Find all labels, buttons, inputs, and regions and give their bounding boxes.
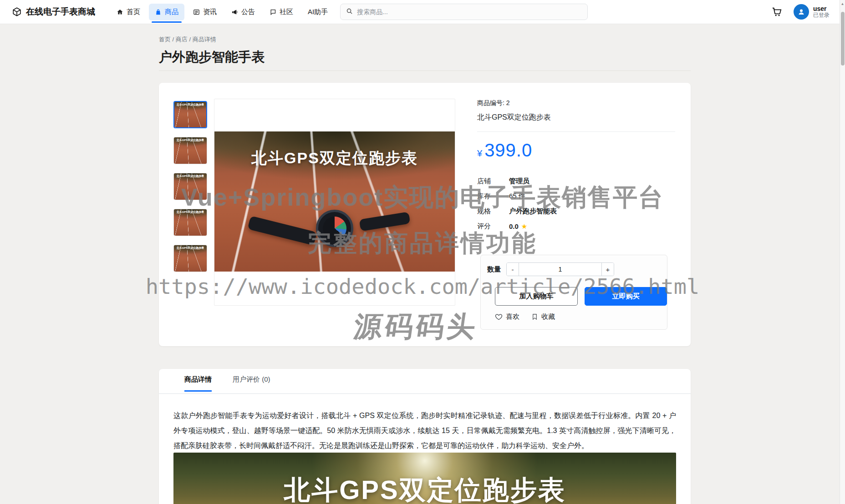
search-icon xyxy=(346,8,353,16)
page-scrollbar[interactable]: ▲ xyxy=(840,0,845,504)
product-description: 这款户外跑步智能手表专为运动爱好者设计，搭载北斗 + GPS 双定位系统，跑步时… xyxy=(173,408,676,453)
cube-logo-icon xyxy=(12,7,22,17)
title-divider xyxy=(159,71,691,71)
detail-banner-image: 北斗GPS双定位跑步表 xyxy=(173,453,676,504)
info-row-stock: 库存 65 件 xyxy=(477,189,675,204)
thumbnail-image: 北斗GPS双定位跑步表 xyxy=(174,245,207,272)
banner-caption: 北斗GPS双定位跑步表 xyxy=(173,473,676,504)
quantity-minus-button[interactable]: - xyxy=(507,263,519,276)
main-image-frame: 北斗GPS双定位跑步表 xyxy=(214,99,455,306)
nav-item-home[interactable]: 首页 xyxy=(111,4,146,20)
info-row-shop: 店铺 管理员 xyxy=(477,174,675,189)
nav-item-announcements[interactable]: 公告 xyxy=(225,4,261,20)
tab-divider xyxy=(159,393,691,394)
tab-user-reviews[interactable]: 用户评价 (0) xyxy=(233,375,270,391)
thumbnail-1[interactable]: 北斗GPS双定位跑步表 xyxy=(173,101,207,128)
avatar xyxy=(794,4,809,20)
user-meta: user 已登录 xyxy=(813,5,830,19)
thumbnail-5[interactable]: 北斗GPS双定位跑步表 xyxy=(173,245,207,272)
brand-title: 在线电子手表商城 xyxy=(26,6,95,18)
nav-menu: 首页 商品 资讯 公告 xyxy=(111,4,334,20)
rating-value: 0.0 xyxy=(509,222,519,230)
cart-icon[interactable] xyxy=(772,7,782,17)
nav-item-label: 社区 xyxy=(280,8,293,16)
shop-link[interactable]: 管理员 xyxy=(509,177,529,186)
favorite-button[interactable]: 收藏 xyxy=(531,312,555,321)
chat-icon xyxy=(270,9,276,15)
home-icon xyxy=(117,9,123,15)
megaphone-icon xyxy=(231,9,238,15)
scrollbar-up-arrow[interactable]: ▲ xyxy=(840,2,845,6)
social-row: 喜欢 收藏 xyxy=(495,312,555,321)
nav-item-label: 商品 xyxy=(165,8,178,16)
user-status: 已登录 xyxy=(813,12,830,19)
nav-item-label: 首页 xyxy=(127,8,140,16)
thumbnail-3[interactable]: 北斗GPS双定位跑步表 xyxy=(173,173,207,200)
thumbnail-list: 北斗GPS双定位跑步表 北斗GPS双定位跑步表 北斗GPS双定位跑步表 北斗GP… xyxy=(173,101,207,272)
top-navbar: 在线电子手表商城 首页 商品 资讯 xyxy=(0,0,845,24)
star-icon: ★ xyxy=(521,222,527,231)
action-buttons: 加入购物车 立即购买 xyxy=(481,287,667,306)
search-input[interactable] xyxy=(357,8,582,15)
nav-item-products[interactable]: 商品 xyxy=(149,4,184,20)
user-name: user xyxy=(813,5,830,12)
like-button[interactable]: 喜欢 xyxy=(495,312,519,321)
purchase-panel: 数量 - + 加入购物车 立即购买 喜欢 xyxy=(480,255,667,330)
heart-icon xyxy=(495,313,503,321)
quantity-stepper: - + xyxy=(506,262,614,276)
bag-icon xyxy=(155,9,162,15)
brand[interactable]: 在线电子手表商城 xyxy=(12,6,95,18)
price-value: 399.0 xyxy=(484,140,532,161)
news-icon xyxy=(193,9,200,15)
thumbnail-image: 北斗GPS双定位跑步表 xyxy=(174,102,206,127)
favorite-label: 收藏 xyxy=(541,312,555,321)
detail-card: 商品详情 用户评价 (0) 这款户外跑步智能手表专为运动爱好者设计，搭载北斗 +… xyxy=(159,369,691,504)
thumbnail-image: 北斗GPS双定位跑步表 xyxy=(174,137,207,164)
add-to-cart-button[interactable]: 加入购物车 xyxy=(495,287,578,306)
product-detail-page: 在线电子手表商城 首页 商品 资讯 xyxy=(0,0,845,504)
thumbnail-4[interactable]: 北斗GPS双定位跑步表 xyxy=(173,209,207,236)
thumbnail-2[interactable]: 北斗GPS双定位跑步表 xyxy=(173,137,207,164)
quantity-label: 数量 xyxy=(487,265,501,274)
tab-bar: 商品详情 用户评价 (0) xyxy=(184,375,270,391)
quantity-plus-button[interactable]: + xyxy=(601,263,614,276)
nav-item-ai-assistant[interactable]: AI助手 xyxy=(302,4,334,20)
nav-item-label: AI助手 xyxy=(308,8,328,16)
nav-item-label: 公告 xyxy=(241,8,255,16)
info-row-spec: 规格 户外跑步智能表 xyxy=(477,204,675,219)
currency-symbol: ¥ xyxy=(477,148,482,159)
like-label: 喜欢 xyxy=(506,312,519,321)
nav-item-community[interactable]: 社区 xyxy=(264,4,299,20)
quantity-input[interactable] xyxy=(519,263,601,276)
thumbnail-image: 北斗GPS双定位跑步表 xyxy=(174,173,207,200)
watch-strap xyxy=(359,212,411,231)
nav-item-label: 资讯 xyxy=(203,8,217,16)
breadcrumb[interactable]: 首页 / 商店 / 商品详情 xyxy=(159,35,216,44)
bookmark-icon xyxy=(531,313,538,320)
quantity-row: 数量 - + xyxy=(487,262,614,276)
watch-illustration xyxy=(316,210,353,247)
product-code: 商品编号: 2 xyxy=(477,99,510,107)
image-caption: 北斗GPS双定位跑步表 xyxy=(214,148,455,169)
thumbnail-image: 北斗GPS双定位跑步表 xyxy=(174,209,207,236)
navbar-right: user 已登录 xyxy=(772,4,836,20)
product-card: 北斗GPS双定位跑步表 北斗GPS双定位跑步表 北斗GPS双定位跑步表 北斗GP… xyxy=(159,83,691,346)
product-main-image[interactable]: 北斗GPS双定位跑步表 xyxy=(214,131,455,272)
tab-product-detail[interactable]: 商品详情 xyxy=(184,375,212,391)
info-row-rating: 评分 0.0 ★ xyxy=(477,219,675,234)
search-box xyxy=(340,4,588,20)
buy-now-button[interactable]: 立即购买 xyxy=(585,287,667,306)
product-name: 北斗GPS双定位跑步表 xyxy=(477,113,551,122)
nav-item-news[interactable]: 资讯 xyxy=(187,4,223,20)
page-title: 户外跑步智能手表 xyxy=(159,48,265,66)
watch-strap xyxy=(248,216,317,246)
price: ¥ 399.0 xyxy=(477,140,532,161)
scrollbar-thumb[interactable] xyxy=(841,12,845,66)
product-info-list: 店铺 管理员 库存 65 件 规格 户外跑步智能表 评分 0.0 ★ xyxy=(477,174,675,234)
info-divider xyxy=(477,131,675,132)
user-menu[interactable]: user 已登录 xyxy=(794,4,830,20)
